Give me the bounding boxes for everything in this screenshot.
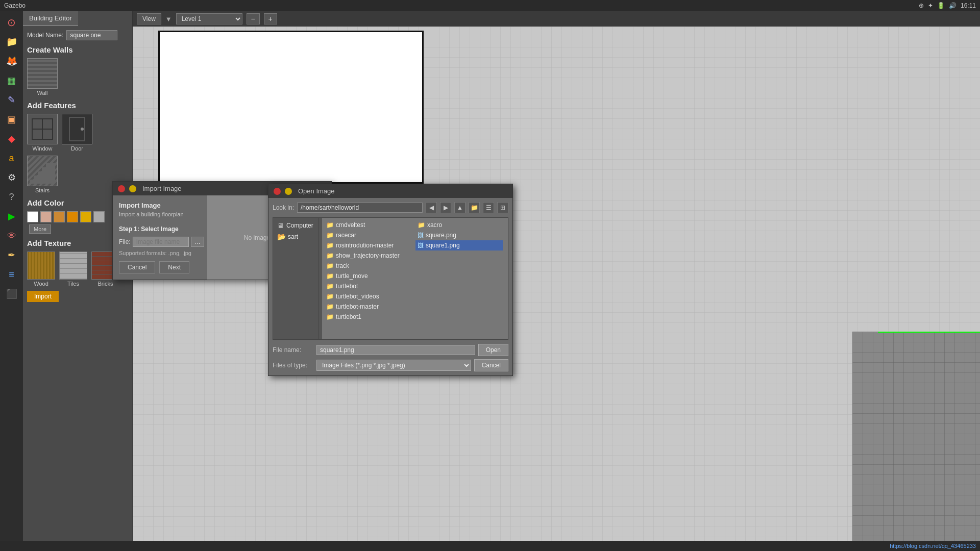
level-select[interactable]: Level 1 — [176, 13, 242, 24]
open-dialog-minimize[interactable] — [285, 188, 292, 195]
lookin-input[interactable] — [297, 203, 423, 213]
window-thumb — [27, 114, 58, 144]
sidebar-icon-eye[interactable]: 👁 — [3, 227, 21, 245]
window-item[interactable]: Window — [27, 114, 58, 152]
sidebar-icon-layers[interactable]: ≡ — [3, 265, 21, 284]
sidebar-icon-terminal[interactable]: ▶ — [3, 207, 21, 226]
nav-forward-button[interactable]: ▶ — [440, 202, 451, 213]
stairs-item[interactable]: Stairs — [27, 156, 58, 193]
fb-file-list: 📁cmdveltest 📁racecar 📁rosintrodution-mas… — [324, 220, 506, 322]
import-heading: Import Image — [119, 202, 201, 209]
fb-turtlebot1[interactable]: 📁turtlebot1 — [324, 312, 411, 322]
wood-label: Wood — [34, 281, 48, 287]
color-white[interactable] — [27, 211, 38, 222]
open-dialog-title: Open Image — [298, 187, 335, 195]
open-cancel-button[interactable]: Cancel — [474, 359, 508, 371]
nav-details-button[interactable]: ⊞ — [497, 202, 508, 213]
color-orange-dark[interactable] — [54, 211, 65, 222]
folder-icon: 📂 — [277, 233, 286, 241]
import-cancel-button[interactable]: Cancel — [119, 261, 155, 273]
fb-computer-item[interactable]: 🖥 Computer — [275, 220, 316, 231]
fb-turtlebot[interactable]: 📁turtlebot — [324, 281, 411, 291]
open-button[interactable]: Open — [478, 344, 508, 356]
nav-list-view-button[interactable]: ☰ — [483, 202, 494, 213]
fb-show-trajectory[interactable]: 📁show_trajectory-master — [324, 251, 411, 261]
file-input[interactable] — [133, 237, 189, 247]
import-subtext: Import a building floorplan — [119, 211, 201, 217]
svg-point-4 — [81, 128, 84, 131]
fb-racecar[interactable]: 📁racecar — [324, 230, 411, 240]
fb-square1-png[interactable]: 🖼square1.png — [415, 240, 503, 251]
stairs-thumb — [27, 156, 58, 186]
folder-icon: 📁 — [326, 232, 334, 239]
green-line — [878, 332, 980, 333]
wall-item[interactable]: Wall — [27, 58, 58, 96]
tiles-label: Tiles — [67, 281, 79, 287]
sidebar-icon-help[interactable]: ? — [3, 188, 21, 206]
fb-cmdveltest[interactable]: 📁cmdveltest — [324, 220, 411, 230]
nav-back-button[interactable]: ◀ — [426, 202, 437, 213]
import-dialog-close[interactable] — [118, 185, 125, 192]
sidebar-icon-gazebo[interactable]: ⊙ — [3, 13, 21, 32]
sidebar-icon-firefox[interactable]: 🦊 — [3, 52, 21, 70]
fb-turtlebot-videos[interactable]: 📁turtlebot_videos — [324, 291, 411, 302]
file-browse-button[interactable]: … — [191, 237, 204, 247]
tiles-texture-item[interactable]: Tiles — [59, 252, 87, 287]
open-dialog-close[interactable] — [274, 188, 281, 195]
svg-rect-9 — [46, 163, 55, 167]
battery-icon: 🔋 — [937, 2, 945, 9]
fb-sart-item[interactable]: 📂 sart — [275, 231, 316, 242]
fb-track[interactable]: 📁track — [324, 261, 411, 271]
more-colors-button[interactable]: More — [29, 224, 51, 234]
sidebar-icon-ruby[interactable]: ◆ — [3, 130, 21, 148]
add-features-grid: Window Door — [27, 114, 128, 152]
import-dialog-minimize[interactable] — [129, 185, 136, 192]
filetype-select[interactable]: Image Files (*.png *.jpg *.jpeg) — [316, 360, 471, 371]
image-icon: 🖼 — [418, 242, 424, 249]
zoom-out-button[interactable]: − — [247, 13, 260, 24]
open-dialog-body: Look in: ◀ ▶ ▲ 📁 ☰ ⊞ 🖥 Computer 📂 sart — [268, 198, 512, 375]
file-label: File: — [119, 238, 131, 245]
sidebar-icon-presentation[interactable]: ▣ — [3, 110, 21, 129]
nav-up-button[interactable]: ▲ — [454, 202, 465, 213]
model-name-input[interactable] — [66, 30, 117, 40]
lookin-label: Look in: — [273, 204, 294, 211]
sidebar-icon-pen[interactable]: ✒ — [3, 246, 21, 264]
fb-right-col: 📁xacro 🖼square.png 🖼square1.png — [415, 220, 503, 322]
filename-input[interactable] — [316, 345, 475, 355]
sidebar-icon-box[interactable]: ⬛ — [3, 285, 21, 303]
import-button[interactable]: Import — [27, 291, 59, 302]
color-yellow[interactable] — [80, 211, 91, 222]
fb-turtle-move[interactable]: 📁turtle_move — [324, 271, 411, 281]
bottom-bar: https://blog.csdn.net/qq_43465233 — [0, 541, 980, 551]
svg-rect-7 — [38, 171, 55, 176]
view-button[interactable]: View — [137, 13, 161, 24]
sidebar-icon-settings[interactable]: ⚙ — [3, 168, 21, 187]
door-item[interactable]: Door — [62, 114, 92, 152]
fb-rosintrodution[interactable]: 📁rosintrodution-master — [324, 240, 411, 251]
color-gray[interactable] — [93, 211, 105, 222]
import-next-button[interactable]: Next — [159, 261, 189, 273]
computer-icon: 🖥 — [277, 221, 284, 230]
url-link[interactable]: https://blog.csdn.net/qq_43465233 — [890, 543, 976, 549]
fb-square-png[interactable]: 🖼square.png — [415, 230, 503, 240]
sidebar-icon-text[interactable]: ✎ — [3, 91, 21, 109]
fb-turtlebot-master[interactable]: 📁turtlebot-master — [324, 302, 411, 312]
wood-texture-item[interactable]: Wood — [27, 252, 55, 287]
sidebar-icon-spreadsheet[interactable]: ▦ — [3, 71, 21, 90]
sidebar-icon-files[interactable]: 📁 — [3, 33, 21, 51]
sidebar-icon-amazon[interactable]: a — [3, 149, 21, 167]
fb-xacro[interactable]: 📁xacro — [415, 220, 503, 230]
volume-icon: 🔊 — [949, 2, 957, 9]
wood-thumb — [27, 252, 55, 280]
file-browser: 🖥 Computer 📂 sart 📁cmdveltest 📁racecar 📁… — [273, 217, 508, 340]
zoom-in-button[interactable]: + — [264, 13, 277, 24]
building-canvas — [158, 31, 424, 184]
nav-new-folder-button[interactable]: 📁 — [469, 202, 480, 213]
color-orange[interactable] — [67, 211, 78, 222]
svg-rect-6 — [34, 176, 55, 180]
building-editor-tab[interactable]: Building Editor — [23, 11, 78, 26]
color-skin[interactable] — [40, 211, 52, 222]
create-walls-title: Create Walls — [27, 45, 128, 54]
folder-icon: 📁 — [418, 221, 425, 229]
